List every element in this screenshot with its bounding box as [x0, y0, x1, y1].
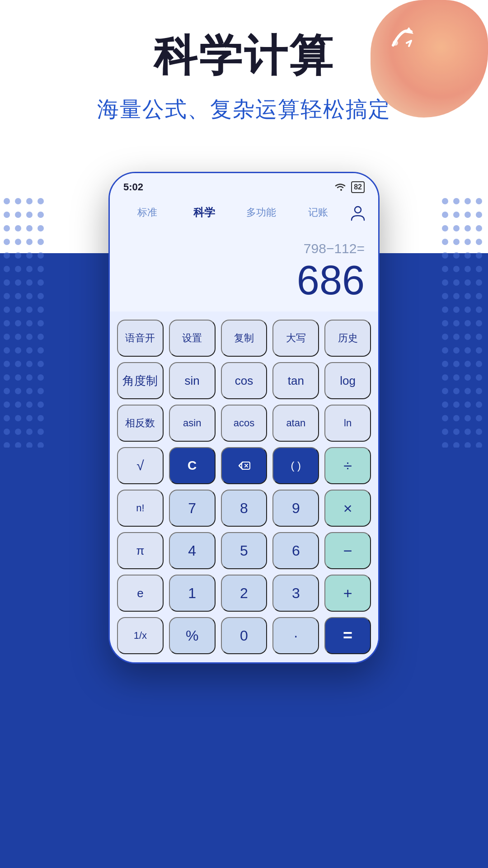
svg-point-142	[442, 415, 448, 421]
svg-point-51	[15, 361, 21, 367]
svg-point-86	[442, 225, 448, 231]
svg-point-154	[355, 207, 361, 213]
key-paren[interactable]: ( )	[272, 447, 319, 484]
key-6[interactable]: 6	[272, 532, 319, 569]
hero-title: 科学计算	[154, 27, 334, 86]
svg-point-150	[442, 442, 448, 448]
svg-point-79	[453, 198, 460, 204]
hero-section: 科学计算 海量公式、复杂运算轻松搞定	[0, 0, 488, 190]
svg-point-52	[26, 361, 33, 367]
key-sqrt[interactable]: √	[117, 447, 164, 484]
key-acos[interactable]: acos	[221, 405, 267, 442]
key-0[interactable]: 0	[221, 617, 267, 654]
svg-point-126	[442, 361, 448, 367]
svg-point-98	[442, 266, 448, 272]
key-settings[interactable]: 设置	[169, 320, 216, 357]
tab-multifunction[interactable]: 多功能	[233, 203, 290, 222]
svg-point-104	[465, 279, 471, 286]
tab-accounting[interactable]: 记账	[290, 203, 347, 222]
svg-point-135	[453, 388, 460, 394]
key-atan[interactable]: atan	[272, 405, 319, 442]
tab-science[interactable]: 科学	[176, 203, 233, 222]
svg-point-71	[15, 429, 21, 435]
key-clear[interactable]: C	[169, 447, 216, 484]
svg-point-18	[4, 252, 10, 259]
key-5[interactable]: 5	[221, 532, 267, 569]
key-multiply[interactable]: ×	[324, 490, 371, 527]
key-2[interactable]: 2	[221, 575, 267, 612]
hero-subtitle: 海量公式、复杂运算轻松搞定	[97, 95, 391, 124]
svg-point-102	[442, 279, 448, 286]
tab-standard[interactable]: 标准	[119, 203, 176, 222]
svg-point-50	[4, 361, 10, 367]
svg-point-1	[393, 40, 398, 46]
key-divide[interactable]: ÷	[324, 447, 371, 484]
key-reciprocal[interactable]: 1/x	[117, 617, 164, 654]
svg-point-63	[15, 401, 21, 408]
svg-point-23	[15, 266, 21, 272]
key-factorial[interactable]: n!	[117, 490, 164, 527]
svg-point-62	[4, 401, 10, 408]
user-button[interactable]	[347, 201, 369, 224]
key-3[interactable]: 3	[272, 575, 319, 612]
key-sin[interactable]: sin	[169, 362, 216, 399]
svg-point-28	[26, 279, 33, 286]
svg-point-56	[26, 374, 33, 381]
key-pi[interactable]: π	[117, 532, 164, 569]
key-7[interactable]: 7	[169, 490, 216, 527]
svg-point-38	[4, 320, 10, 326]
svg-point-132	[465, 374, 471, 381]
svg-point-48	[26, 347, 33, 354]
svg-point-39	[15, 320, 21, 326]
status-bar: 5:02 82	[110, 173, 378, 197]
svg-point-2	[4, 198, 10, 204]
key-e[interactable]: e	[117, 575, 164, 612]
key-log[interactable]: log	[324, 362, 371, 399]
svg-point-112	[465, 307, 471, 313]
svg-point-140	[465, 401, 471, 408]
key-copy[interactable]: 复制	[221, 320, 267, 357]
svg-point-139	[453, 401, 460, 408]
svg-point-68	[26, 415, 33, 421]
svg-point-100	[465, 266, 471, 272]
svg-point-80	[465, 198, 471, 204]
key-caps[interactable]: 大写	[272, 320, 319, 357]
svg-point-85	[476, 212, 482, 218]
svg-point-117	[476, 320, 482, 326]
key-equal[interactable]: =	[324, 617, 371, 654]
key-dot[interactable]: ·	[272, 617, 319, 654]
key-tan[interactable]: tan	[272, 362, 319, 399]
key-plus[interactable]: +	[324, 575, 371, 612]
key-degree[interactable]: 角度制	[117, 362, 164, 399]
key-percent[interactable]: %	[169, 617, 216, 654]
key-asin[interactable]: asin	[169, 405, 216, 442]
calc-result: 686	[297, 260, 365, 301]
key-backspace[interactable]	[221, 447, 267, 484]
svg-point-88	[465, 225, 471, 231]
key-minus[interactable]: −	[324, 532, 371, 569]
svg-point-123	[453, 347, 460, 354]
svg-point-14	[4, 239, 10, 245]
svg-point-34	[4, 307, 10, 313]
key-cos[interactable]: cos	[221, 362, 267, 399]
dot-pattern-left	[0, 194, 50, 449]
svg-point-77	[38, 442, 44, 448]
key-8[interactable]: 8	[221, 490, 267, 527]
svg-point-103	[453, 279, 460, 286]
key-history[interactable]: 历史	[324, 320, 371, 357]
svg-point-105	[476, 279, 482, 286]
svg-point-110	[442, 307, 448, 313]
svg-point-151	[453, 442, 460, 448]
key-ln[interactable]: ln	[324, 405, 371, 442]
svg-point-114	[442, 320, 448, 326]
svg-point-19	[15, 252, 21, 259]
key-negate[interactable]: 相反数	[117, 405, 164, 442]
svg-point-130	[442, 374, 448, 381]
svg-point-83	[453, 212, 460, 218]
svg-point-44	[26, 334, 33, 340]
key-1[interactable]: 1	[169, 575, 216, 612]
key-9[interactable]: 9	[272, 490, 319, 527]
key-4[interactable]: 4	[169, 532, 216, 569]
key-voice[interactable]: 语音开	[117, 320, 164, 357]
svg-point-3	[15, 198, 21, 204]
